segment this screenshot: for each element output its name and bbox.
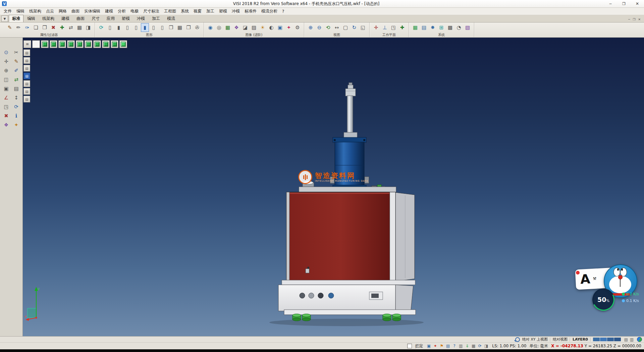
mask-filter-icon[interactable]: ◨: [84, 23, 92, 32]
intersect-icon[interactable]: ⊕: [1, 66, 11, 75]
box-wireframe-icon[interactable]: ❒: [167, 23, 175, 32]
surface-icon[interactable]: ◫: [1, 75, 11, 84]
favorite-icon[interactable]: ✦: [11, 120, 21, 129]
section-view-icon[interactable]: ◪: [241, 23, 249, 32]
layer-color-bar-4[interactable]: [614, 338, 621, 341]
redraw-view-icon[interactable]: ↻: [350, 23, 358, 32]
tab-冲模[interactable]: 冲模: [133, 15, 148, 22]
mdi-restore-button[interactable]: ❐: [633, 18, 635, 21]
system-pattern-icon[interactable]: ▩: [446, 23, 454, 32]
select-zoom-icon[interactable]: ⊙: [1, 48, 11, 57]
clip-plane-1-button[interactable]: ▤: [23, 49, 30, 56]
menu-item-标准件[interactable]: 标准件: [242, 8, 259, 15]
sketch-icon[interactable]: ✎: [11, 57, 21, 66]
filter-box-icon[interactable]: ❏: [32, 23, 40, 32]
sync-status-icon[interactable]: ⟳: [477, 344, 483, 349]
modify-icon[interactable]: ✐: [11, 66, 21, 75]
system-hatch-icon[interactable]: ▧: [464, 23, 472, 32]
menu-item-网格[interactable]: 网格: [56, 8, 69, 15]
menu-item-曲面[interactable]: 曲面: [69, 8, 82, 15]
tab-编辑[interactable]: 编辑: [24, 15, 39, 22]
rotate-view-icon[interactable]: ⟲: [324, 23, 332, 32]
menu-item-冲模[interactable]: 冲模: [229, 8, 242, 15]
render-outline-icon[interactable]: ◎: [215, 23, 223, 32]
tab-加工[interactable]: 加工: [149, 15, 163, 22]
system-table-icon[interactable]: ⊞: [437, 23, 445, 32]
tab-模流[interactable]: 模流: [164, 15, 178, 22]
measure-icon[interactable]: ∠: [1, 93, 11, 102]
doc-status-icon[interactable]: ▥: [458, 344, 464, 349]
zoom-out-icon[interactable]: ⊖: [315, 23, 323, 32]
system-clock-icon[interactable]: ◔: [455, 23, 463, 32]
delete-icon[interactable]: ✖: [1, 111, 11, 120]
menu-item-编辑[interactable]: 编辑: [14, 8, 27, 15]
cylinder-view-3-icon[interactable]: ▯: [123, 23, 131, 32]
menu-item-系统[interactable]: 系统: [178, 8, 191, 15]
pan-view-icon[interactable]: ↔: [333, 23, 341, 32]
menu-item-线架构[interactable]: 线架构: [27, 8, 44, 15]
search-icon[interactable]: [515, 337, 520, 342]
dimension-icon[interactable]: ↕: [11, 93, 21, 102]
mesh-display-icon[interactable]: ▦: [176, 23, 184, 32]
download-status-icon[interactable]: ⇓: [464, 344, 470, 349]
menu-item-塑模[interactable]: 塑模: [217, 8, 229, 15]
filter-remove-icon[interactable]: ✖: [49, 23, 57, 32]
workplane-normal-icon[interactable]: ⊥: [381, 23, 389, 32]
layer-color-bar-1[interactable]: [593, 338, 600, 341]
menu-item-模流分析[interactable]: 模流分析: [259, 8, 280, 15]
menu-item-分析[interactable]: 分析: [115, 8, 128, 15]
solid-icon[interactable]: ▣: [1, 84, 11, 93]
system-layers-icon[interactable]: ▤: [420, 23, 428, 32]
clip-plane-2-button[interactable]: ▤: [23, 57, 30, 64]
view-cube-button-3[interactable]: [58, 40, 66, 48]
cylinder-shaded-icon[interactable]: ▮: [141, 23, 149, 32]
save-status-icon[interactable]: ▣: [426, 344, 432, 349]
fit-view-icon[interactable]: ▢: [341, 23, 350, 32]
clip-plane-5-button[interactable]: ▤: [23, 80, 30, 87]
cylinder-view-2-icon[interactable]: ▮: [115, 23, 123, 32]
tab-应用[interactable]: 应用: [103, 15, 118, 22]
attribute-pen-icon[interactable]: ✑: [23, 23, 31, 32]
copy-attributes-icon[interactable]: ✏: [14, 23, 22, 32]
view-cube-button-4[interactable]: [67, 40, 75, 48]
menu-item-视窗[interactable]: 视窗: [191, 8, 204, 15]
cylinder-view-5-icon[interactable]: ▯: [150, 23, 158, 32]
cylinder-view-1-icon[interactable]: ▯: [106, 23, 114, 32]
half-status-icon[interactable]: ◨: [483, 344, 489, 349]
zoom-in-icon[interactable]: ⊕: [307, 23, 315, 32]
texture-icon[interactable]: ▨: [250, 23, 258, 32]
tab-建模[interactable]: 建模: [58, 15, 73, 22]
list-icon[interactable]: ▥: [629, 337, 635, 342]
menu-item-工程图[interactable]: 工程图: [162, 8, 178, 15]
active-layer-label[interactable]: LAYER0: [573, 337, 588, 342]
workplane-origin-icon[interactable]: ✛: [372, 23, 380, 32]
trim-icon[interactable]: ✂: [11, 48, 21, 57]
workplane-new-icon[interactable]: ✚: [398, 23, 406, 32]
menu-item-?[interactable]: ?: [280, 8, 286, 14]
refresh-graphics-icon[interactable]: ⟳: [97, 23, 105, 32]
cylinder-view-6-icon[interactable]: ▯: [158, 23, 166, 32]
workplane-align-icon[interactable]: ◳: [389, 23, 397, 32]
layers-icon[interactable]: ▤: [11, 84, 21, 93]
clip-plane-3-button[interactable]: ▤: [23, 65, 30, 72]
rotate-icon[interactable]: ⟳: [11, 102, 21, 111]
tab-dropdown-button[interactable]: ▼: [1, 15, 8, 22]
layer-status-icon[interactable]: ▤: [445, 344, 451, 349]
layer-color-bar-3[interactable]: [607, 338, 614, 341]
render-mesh-icon[interactable]: ▦: [224, 23, 232, 32]
layer-display-icon[interactable]: ❐: [184, 23, 193, 32]
snap-cross-icon[interactable]: ✛: [1, 57, 11, 66]
desktop-overlay-widget[interactable]: A ⚒ 50% 0.2 K/s: [573, 264, 644, 312]
system-grid-icon[interactable]: ▦: [411, 23, 419, 32]
mdi-minimize-button[interactable]: ─: [628, 18, 630, 21]
info-icon[interactable]: ℹ: [11, 111, 21, 120]
close-button[interactable]: ✕: [631, 0, 644, 7]
minimize-button[interactable]: ─: [604, 0, 617, 7]
stack-icon[interactable]: ▤: [623, 337, 629, 342]
shadow-icon[interactable]: ◐: [267, 23, 275, 32]
mdi-close-button[interactable]: ✕: [638, 18, 641, 21]
highlight-icon[interactable]: ✦: [285, 23, 293, 32]
light-icon[interactable]: ☀: [259, 23, 267, 32]
menu-item-加工[interactable]: 加工: [204, 8, 217, 15]
menu-item-尺寸标注[interactable]: 尺寸标注: [141, 8, 162, 15]
